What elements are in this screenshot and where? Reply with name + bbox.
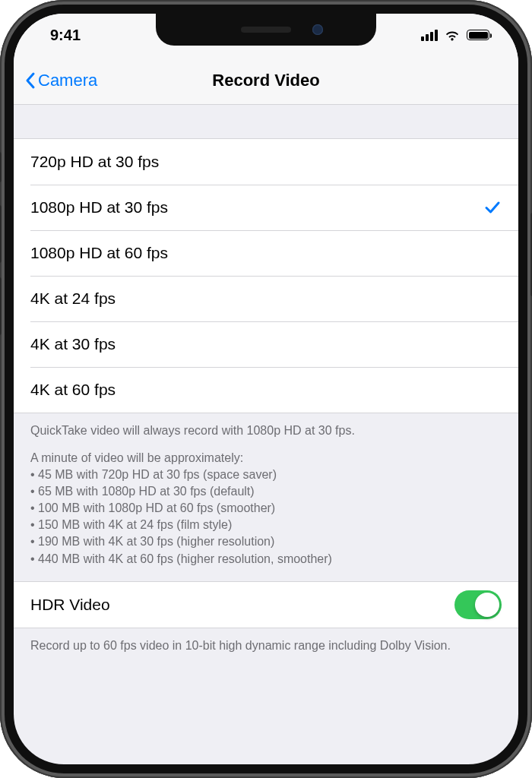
- section-spacer: [14, 105, 518, 138]
- size-line-4: • 190 MB with 4K at 30 fps (higher resol…: [30, 533, 502, 550]
- nav-bar: Camera Record Video: [14, 56, 518, 105]
- size-line-2: • 100 MB with 1080p HD at 60 fps (smooth…: [30, 500, 502, 517]
- toggle-knob: [475, 593, 499, 617]
- option-4k-24[interactable]: 4K at 24 fps: [14, 276, 518, 321]
- battery-icon: [467, 30, 489, 40]
- status-time: 9:41: [50, 27, 81, 44]
- back-label: Camera: [38, 71, 97, 90]
- option-label: 720p HD at 30 fps: [30, 153, 159, 171]
- cellular-signal-icon: [421, 30, 438, 41]
- hdr-video-row: HDR Video: [14, 582, 518, 628]
- option-4k-30[interactable]: 4K at 30 fps: [14, 321, 518, 367]
- hdr-label: HDR Video: [30, 596, 110, 614]
- speaker-grille: [241, 27, 291, 33]
- silence-switch: [0, 152, 2, 182]
- option-label: 4K at 24 fps: [30, 289, 116, 308]
- wifi-icon: [444, 29, 461, 41]
- phone-frame: 9:41 Camera: [0, 0, 532, 778]
- hdr-toggle[interactable]: [454, 590, 502, 619]
- option-720p-30[interactable]: 720p HD at 30 fps: [14, 139, 518, 185]
- option-label: 1080p HD at 30 fps: [30, 198, 168, 217]
- option-label: 4K at 60 fps: [30, 381, 116, 399]
- option-1080p-60[interactable]: 1080p HD at 60 fps: [14, 230, 518, 276]
- size-line-5: • 440 MB with 4K at 60 fps (higher resol…: [30, 551, 502, 568]
- option-label: 4K at 30 fps: [30, 335, 116, 353]
- size-line-3: • 150 MB with 4K at 24 fps (film style): [30, 517, 502, 533]
- status-icons: [421, 29, 489, 41]
- approx-intro: A minute of video will be approximately:: [30, 450, 502, 466]
- hdr-footer-text: Record up to 60 fps video in 10-bit high…: [14, 628, 518, 668]
- option-label: 1080p HD at 60 fps: [30, 244, 168, 262]
- size-line-0: • 45 MB with 720p HD at 30 fps (space sa…: [30, 466, 502, 483]
- hdr-section: HDR Video: [14, 581, 518, 628]
- size-line-1: • 65 MB with 1080p HD at 30 fps (default…: [30, 483, 502, 500]
- back-button[interactable]: Camera: [24, 71, 97, 90]
- option-4k-60[interactable]: 4K at 60 fps: [14, 367, 518, 413]
- option-1080p-30[interactable]: 1080p HD at 30 fps: [14, 185, 518, 230]
- front-camera: [312, 24, 323, 35]
- video-format-list: 720p HD at 30 fps 1080p HD at 30 fps 108…: [14, 138, 518, 413]
- checkmark-icon: [483, 198, 502, 217]
- format-footer-text: QuickTake video will always record with …: [14, 413, 518, 581]
- volume-up-button: [0, 205, 2, 263]
- volume-down-button: [0, 277, 2, 335]
- screen: 9:41 Camera: [14, 14, 518, 764]
- quicktake-note: QuickTake video will always record with …: [30, 422, 502, 439]
- chevron-left-icon: [24, 71, 36, 90]
- page-title: Record Video: [212, 71, 319, 90]
- notch: [156, 14, 376, 46]
